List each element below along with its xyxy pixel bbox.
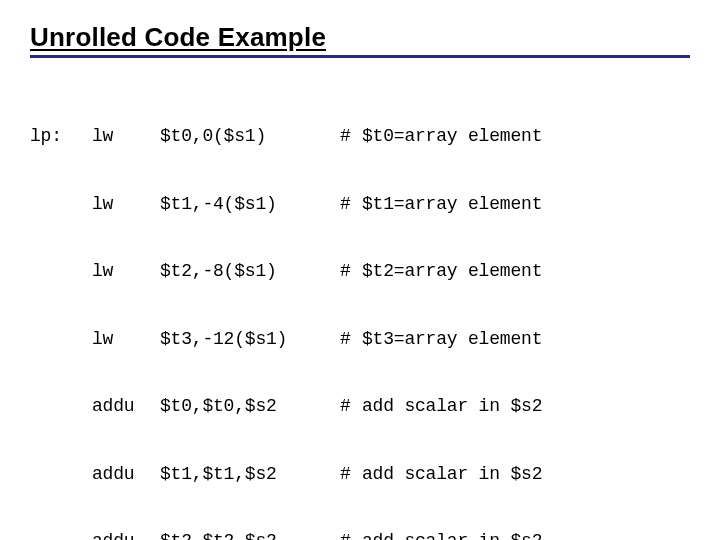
code-opcode: addu (92, 463, 160, 486)
code-operand: $t2,$t2,$s2 (160, 530, 340, 540)
page-title: Unrolled Code Example (30, 22, 326, 52)
code-operand: $t2,-8($s1) (160, 260, 340, 283)
code-label (30, 395, 92, 418)
code-label (30, 193, 92, 216)
code-operand: $t3,-12($s1) (160, 328, 340, 351)
code-comment: $t1=array element (356, 193, 690, 216)
hash-icon: # (340, 260, 356, 283)
hash-icon: # (340, 463, 356, 486)
code-opcode: lw (92, 125, 160, 148)
code-comment: add scalar in $s2 (356, 530, 690, 540)
hash-icon: # (340, 328, 356, 351)
code-opcode: lw (92, 260, 160, 283)
code-label (30, 328, 92, 351)
code-label (30, 530, 92, 540)
code-label (30, 260, 92, 283)
code-row: lw $t1,-4($s1) # $t1=array element (30, 193, 690, 216)
code-operand: $t1,-4($s1) (160, 193, 340, 216)
code-row: addu $t1,$t1,$s2 # add scalar in $s2 (30, 463, 690, 486)
code-opcode: lw (92, 193, 160, 216)
code-opcode: lw (92, 328, 160, 351)
slide: Unrolled Code Example lp: lw $t0,0($s1) … (0, 0, 720, 540)
code-comment: $t3=array element (356, 328, 690, 351)
code-comment: add scalar in $s2 (356, 463, 690, 486)
code-row: addu $t2,$t2,$s2 # add scalar in $s2 (30, 530, 690, 540)
code-label (30, 463, 92, 486)
code-row: lw $t3,-12($s1) # $t3=array element (30, 328, 690, 351)
code-block: lp: lw $t0,0($s1) # $t0=array element lw… (30, 80, 690, 540)
code-opcode: addu (92, 530, 160, 540)
code-comment: $t2=array element (356, 260, 690, 283)
code-row: addu $t0,$t0,$s2 # add scalar in $s2 (30, 395, 690, 418)
code-opcode: addu (92, 395, 160, 418)
title-container: Unrolled Code Example (30, 22, 690, 58)
hash-icon: # (340, 193, 356, 216)
hash-icon: # (340, 395, 356, 418)
code-comment: $t0=array element (356, 125, 690, 148)
code-operand: $t0,$t0,$s2 (160, 395, 340, 418)
code-operand: $t1,$t1,$s2 (160, 463, 340, 486)
code-operand: $t0,0($s1) (160, 125, 340, 148)
hash-icon: # (340, 125, 356, 148)
code-row: lp: lw $t0,0($s1) # $t0=array element (30, 125, 690, 148)
code-row: lw $t2,-8($s1) # $t2=array element (30, 260, 690, 283)
hash-icon: # (340, 530, 356, 540)
code-label: lp: (30, 125, 92, 148)
code-comment: add scalar in $s2 (356, 395, 690, 418)
